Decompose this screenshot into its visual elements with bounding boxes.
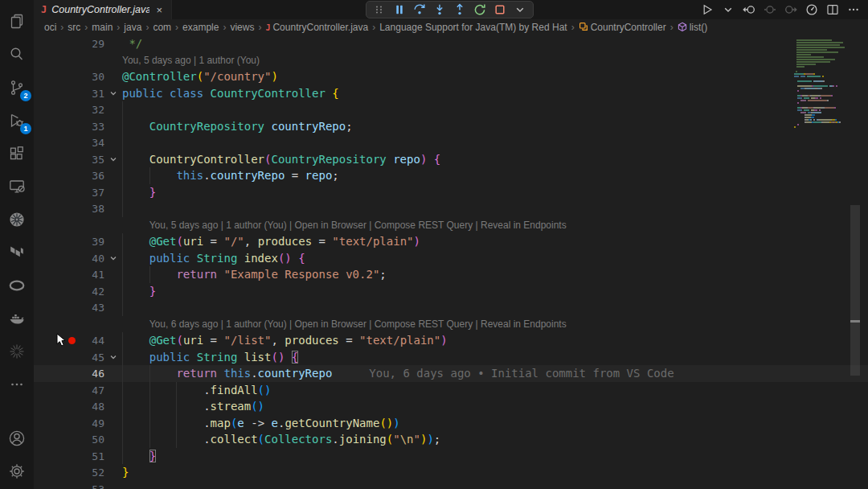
- activity-bar-item-explorer[interactable]: [0, 5, 34, 38]
- profile-clock-icon[interactable]: [805, 3, 818, 16]
- breakpoint-dot[interactable]: [68, 337, 76, 344]
- line-number[interactable]: 38: [34, 201, 104, 218]
- vertical-scrollbar[interactable]: [850, 205, 860, 376]
- close-icon[interactable]: ×: [154, 4, 164, 16]
- step-into-button[interactable]: [433, 3, 446, 16]
- code-line-32[interactable]: 32: [34, 101, 868, 118]
- debug-forward-icon[interactable]: [784, 3, 797, 16]
- line-number[interactable]: 39: [34, 234, 104, 251]
- breadcrumb-item-list[interactable]: list(): [678, 22, 708, 34]
- activity-bar-item-run-and-debug[interactable]: 1: [0, 104, 34, 137]
- line-number[interactable]: 48: [34, 399, 104, 416]
- breadcrumb-item-src[interactable]: src: [68, 22, 80, 33]
- code-line-51[interactable]: 51 }: [34, 448, 868, 465]
- activity-bar-item-accounts[interactable]: [0, 421, 34, 454]
- run-dropdown-button[interactable]: [722, 3, 735, 16]
- breadcrumb-item-views[interactable]: views: [230, 22, 254, 33]
- code-line-29[interactable]: 29 */: [34, 35, 868, 52]
- line-number[interactable]: 41: [34, 267, 104, 284]
- line-number[interactable]: 29: [34, 36, 104, 53]
- activity-bar-item-terraform[interactable]: [0, 236, 34, 269]
- run-java-button[interactable]: [701, 3, 714, 16]
- fold-chevron-icon[interactable]: [104, 85, 122, 102]
- code-line-49[interactable]: 49 .map(e -> e.getCountryName()): [34, 415, 868, 432]
- line-number[interactable]: 33: [34, 119, 104, 136]
- line-number[interactable]: 31: [34, 86, 104, 103]
- pause-button[interactable]: [393, 3, 406, 16]
- activity-bar-item-starburst[interactable]: [0, 335, 34, 368]
- line-number[interactable]: 43: [34, 300, 104, 317]
- line-number[interactable]: 34: [34, 135, 104, 152]
- code-line-30[interactable]: 30@Controller("/country"): [34, 68, 868, 85]
- code-line-45[interactable]: 45 public String list() {: [34, 349, 868, 366]
- code-line-44[interactable]: 44 @Get(uri = "/list", produces = "text/…: [34, 332, 868, 349]
- code-line-38[interactable]: 38: [34, 200, 868, 217]
- debug-more-button[interactable]: [514, 3, 526, 16]
- line-number[interactable]: 40: [34, 251, 104, 268]
- code-line-53[interactable]: 53: [34, 481, 868, 489]
- fold-chevron-icon[interactable]: [104, 151, 122, 168]
- breadcrumb-item-java[interactable]: java: [124, 22, 141, 33]
- activity-bar-item-docker[interactable]: [0, 302, 34, 335]
- breadcrumb-item-main[interactable]: main: [92, 22, 113, 33]
- drag-handle[interactable]: [373, 3, 386, 16]
- code-line-48[interactable]: 48 .stream(): [34, 398, 868, 415]
- line-number[interactable]: 47: [34, 383, 104, 400]
- fold-chevron-icon[interactable]: [104, 250, 122, 267]
- breadcrumb-item-countrycontroller-java[interactable]: JCountryController.java: [265, 22, 368, 33]
- code-line-43[interactable]: 43: [34, 299, 868, 316]
- split-editor-button[interactable]: [826, 3, 839, 16]
- step-over-button[interactable]: [413, 3, 426, 16]
- code-line-40[interactable]: 40 public String index() {: [34, 250, 868, 267]
- restart-button[interactable]: [473, 3, 486, 16]
- fold-chevron-icon[interactable]: [104, 349, 122, 366]
- line-number[interactable]: 30: [34, 69, 104, 86]
- more-actions-button[interactable]: [847, 3, 860, 16]
- code-line-41[interactable]: 41 return "Example Response v0.2";: [34, 266, 868, 283]
- minimap[interactable]: [794, 39, 855, 131]
- code-line-47[interactable]: 47 .findAll(): [34, 382, 868, 399]
- code-line-33[interactable]: 33 CountryRepository countryRepo;: [34, 118, 868, 135]
- line-number[interactable]: 36: [34, 168, 104, 185]
- line-number[interactable]: 52: [34, 465, 104, 482]
- line-number[interactable]: 32: [34, 102, 104, 119]
- breadcrumb-item-com[interactable]: com: [153, 22, 171, 33]
- code-line-34[interactable]: 34: [34, 134, 868, 151]
- code-line-37[interactable]: 37 }: [34, 184, 868, 201]
- breadcrumb-item-countrycontroller[interactable]: CountryController: [579, 22, 666, 34]
- line-number[interactable]: 49: [34, 416, 104, 433]
- line-number[interactable]: 37: [34, 185, 104, 202]
- debug-pause-icon[interactable]: [764, 3, 776, 16]
- code-line-36[interactable]: 36 this.countryRepo = repo;: [34, 167, 868, 184]
- activity-bar-item-extensions[interactable]: [0, 137, 34, 170]
- code-line-35[interactable]: 35 CountryController(CountryRepository r…: [34, 151, 868, 168]
- line-number[interactable]: 45: [34, 350, 104, 367]
- code-line-52[interactable]: 52}: [34, 464, 868, 481]
- breadcrumb-item-language-support-for-java-tm-by-red-hat[interactable]: Language Support for Java(TM) by Red Hat: [379, 22, 567, 33]
- line-number[interactable]: 53: [34, 482, 104, 489]
- activity-bar-item-search[interactable]: [0, 38, 34, 71]
- code-line-50[interactable]: 50 .collect(Collectors.joining("\n"));: [34, 431, 868, 448]
- breadcrumb-item-oci[interactable]: oci: [44, 22, 56, 33]
- activity-bar-item-kubernetes[interactable]: [0, 203, 34, 236]
- code-line-39[interactable]: 39 @Get(uri = "/", produces = "text/plai…: [34, 233, 868, 250]
- breadcrumb-item-example[interactable]: example: [182, 22, 219, 33]
- activity-bar-item-manage-settings[interactable]: [0, 454, 34, 487]
- stop-button[interactable]: [493, 3, 506, 16]
- debug-backward-icon[interactable]: [743, 3, 755, 16]
- activity-bar-item-additional-views[interactable]: [0, 368, 34, 401]
- code-line-46[interactable]: 46 return this.countryRepoYou, 6 days ag…: [34, 365, 868, 382]
- tab-countrycontroller[interactable]: J CountryController.java ×: [34, 0, 172, 19]
- code-line-31[interactable]: 31public class CountryController {: [34, 85, 868, 102]
- line-number[interactable]: 50: [34, 432, 104, 449]
- line-number[interactable]: 35: [34, 152, 104, 169]
- code-editor[interactable]: 29 */You, 5 days ago | 1 author (You)30@…: [34, 35, 868, 489]
- step-out-button[interactable]: [453, 3, 466, 16]
- activity-bar-item-oci[interactable]: [0, 269, 34, 302]
- line-number[interactable]: 51: [34, 449, 104, 466]
- activity-bar-item-source-control[interactable]: 2: [0, 71, 34, 104]
- line-number[interactable]: 42: [34, 284, 104, 301]
- code-line-42[interactable]: 42 }: [34, 283, 868, 300]
- line-number[interactable]: 46: [34, 366, 104, 383]
- activity-bar-item-remote-explorer[interactable]: [0, 170, 34, 203]
